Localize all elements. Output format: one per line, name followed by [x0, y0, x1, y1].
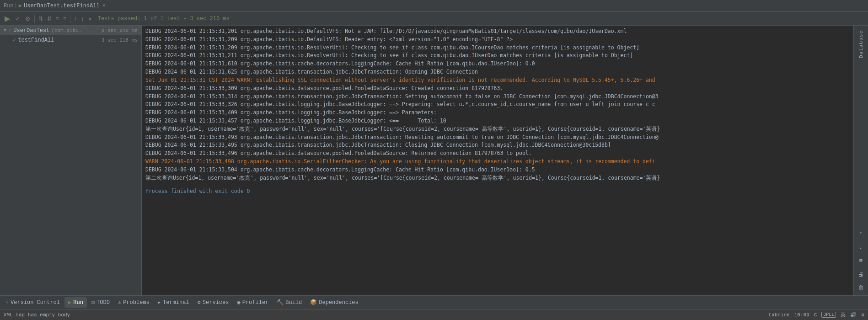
lang-indicator[interactable]: 英: [841, 311, 846, 318]
print-icon[interactable]: 🖨: [856, 269, 867, 280]
tree-child-label: testFindAll: [18, 37, 54, 43]
run-tab-name[interactable]: UserDaoTest.testFindAll: [24, 3, 100, 9]
database-label[interactable]: Database: [858, 27, 864, 61]
child-pass-icon: ✓: [13, 37, 16, 43]
log-line-16: DEBUG 2024-06-01 21:15:33,496 org.apache…: [145, 149, 850, 158]
tree-child-item[interactable]: ✓ testFindAll 3 sec 216 ms: [0, 35, 141, 45]
line-col-indicator: 10:69: [794, 312, 809, 318]
status-bar: XML tag has empty body tabnine 10:69 C J…: [0, 309, 868, 320]
log-line-14: DEBUG 2024-06-01 21:15:33,493 org.apache…: [145, 133, 850, 142]
tree-root-label: UserDaoTest: [13, 27, 49, 34]
run-tab-close[interactable]: ×: [102, 3, 106, 9]
tab-profiler-label: Profiler: [242, 299, 269, 306]
tab-services[interactable]: ⚙ Services: [194, 297, 233, 308]
run-icon: ▶: [19, 2, 22, 9]
problems-icon: ⚠: [118, 299, 121, 306]
tree-child-duration: 3 sec 216 ms: [102, 37, 138, 43]
log-line-13: 第一次查询User{id=1, username='杰克', password=…: [145, 125, 850, 133]
tab-build[interactable]: 🔨 Build: [273, 297, 305, 308]
tree-root-item[interactable]: ▼ ✓ UserDaoTest (com.qibu. 3 sec 216 ms: [0, 26, 141, 35]
next-button[interactable]: ↓: [80, 14, 86, 23]
log-line-7: Sat Jun 01 21:15:31 CST 2024 WARN: Estab…: [145, 76, 850, 85]
tab-version-control[interactable]: ⑂ Version Control: [2, 298, 64, 308]
test-tree-panel: ▼ ✓ UserDaoTest (com.qibu. 3 sec 216 ms …: [0, 26, 142, 295]
tab-dependencies-label: Dependencies: [319, 299, 358, 306]
log-process: Process finished with exit code 0: [145, 187, 850, 196]
log-line-11: DEBUG 2024-06-01 21:15:33,409 org.apache…: [145, 109, 850, 117]
run-label: Run:: [4, 3, 17, 9]
sort-asc-button[interactable]: ⇅: [37, 15, 44, 23]
filter-icon[interactable]: ≡: [856, 255, 867, 266]
log-line-8: DEBUG 2024-06-01 21:15:33,309 org.apache…: [145, 85, 850, 93]
tree-root-package: (com.qibu.: [51, 28, 81, 33]
log-line-1: DEBUG 2024-06-01 21:15:31,201 org.apache…: [145, 27, 850, 36]
run-tab-icon: ▶: [68, 299, 71, 306]
scroll-up-icon[interactable]: ↑: [856, 228, 867, 239]
log-line-4: DEBUG 2024-06-01 21:15:31,211 org.apache…: [145, 52, 850, 60]
play-button[interactable]: ▶: [3, 13, 12, 24]
tree-expand-icon: ▼: [4, 28, 6, 33]
log-empty: [145, 182, 850, 187]
settings-icon[interactable]: ⚙: [861, 312, 864, 318]
log-line-10: DEBUG 2024-06-01 21:15:33,326 org.apache…: [145, 101, 850, 109]
tests-passed-banner: Tests passed: 1 of 1 test – 3 sec 216 ms: [98, 16, 230, 22]
tab-version-control-label: Version Control: [11, 299, 60, 306]
log-line-18: DEBUG 2024-06-01 21:15:33,504 org.apache…: [145, 166, 850, 174]
tab-todo[interactable]: ☑ TODO: [88, 297, 113, 308]
pass-icon: ✓: [8, 27, 11, 34]
collapse-button[interactable]: ≡: [62, 15, 68, 23]
more-button[interactable]: »: [87, 15, 93, 23]
delete-icon[interactable]: 🗑: [856, 283, 867, 293]
sort-desc-button[interactable]: ⇵: [46, 15, 53, 23]
log-line-2: DEBUG 2024-06-01 21:15:31,209 org.apache…: [145, 36, 850, 44]
version-control-icon: ⑂: [5, 299, 9, 306]
tab-build-label: Build: [285, 299, 302, 306]
tab-services-label: Services: [203, 299, 229, 306]
profiler-icon: ◉: [237, 299, 240, 306]
volume-icon[interactable]: 🔊: [850, 312, 857, 318]
tab-problems-label: Problems: [123, 299, 150, 306]
tab-terminal[interactable]: ▸ Terminal: [154, 297, 193, 308]
tab-run[interactable]: ▶ Run: [64, 297, 87, 308]
rerun-button[interactable]: ✓: [13, 14, 22, 23]
tabnine-label[interactable]: tabnine: [769, 312, 790, 318]
services-icon: ⚙: [198, 299, 201, 306]
tab-terminal-label: Terminal: [163, 299, 189, 306]
log-line-3: DEBUG 2024-06-01 21:15:31,209 org.apache…: [145, 44, 850, 52]
status-message: XML tag has empty body: [4, 312, 70, 318]
stop-button[interactable]: ⊘: [23, 14, 32, 23]
prev-button[interactable]: ↑: [73, 14, 79, 23]
log-line-5: DEBUG 2024-06-01 21:15:31,610 org.apache…: [145, 60, 850, 68]
log-line-12: DEBUG 2024-06-01 21:15:33,457 org.apache…: [145, 117, 850, 125]
right-sidebar: Database ↑ ↓ ≡ 🖨 🗑: [853, 26, 868, 295]
log-line-15: DEBUG 2024-06-01 21:15:33,495 org.apache…: [145, 141, 850, 149]
build-icon: 🔨: [277, 299, 284, 306]
scroll-down-icon[interactable]: ↓: [856, 241, 867, 252]
log-line-9: DEBUG 2024-06-01 21:15:33,314 org.apache…: [145, 93, 850, 101]
tab-profiler[interactable]: ◉ Profiler: [233, 297, 272, 308]
log-line-17: WARN 2024-06-01 21:15:33,498 org.apache.…: [145, 158, 850, 166]
dependencies-icon: 📦: [310, 299, 317, 306]
bottom-tabbar: ⑂ Version Control ▶ Run ☑ TODO ⚠ Problem…: [0, 295, 868, 309]
tab-todo-label: TODO: [96, 299, 110, 306]
encoding-indicator[interactable]: C: [814, 312, 817, 318]
jpll-indicator[interactable]: JPLL: [821, 312, 836, 318]
terminal-icon: ▸: [158, 299, 161, 306]
expand-button[interactable]: ≡: [54, 15, 60, 23]
tab-problems[interactable]: ⚠ Problems: [114, 297, 153, 308]
tab-dependencies[interactable]: 📦 Dependencies: [306, 297, 362, 308]
log-line-6: DEBUG 2024-06-01 21:15:31,625 org.apache…: [145, 68, 850, 76]
tree-root-duration: 3 sec 216 ms: [102, 28, 138, 33]
tab-run-label: Run: [73, 299, 83, 306]
log-line-19: 第二次查询User{id=1, username='杰克', password=…: [145, 174, 850, 182]
console-panel: DEBUG 2024-06-01 21:15:31,201 org.apache…: [142, 26, 853, 295]
todo-icon: ☑: [91, 299, 95, 306]
